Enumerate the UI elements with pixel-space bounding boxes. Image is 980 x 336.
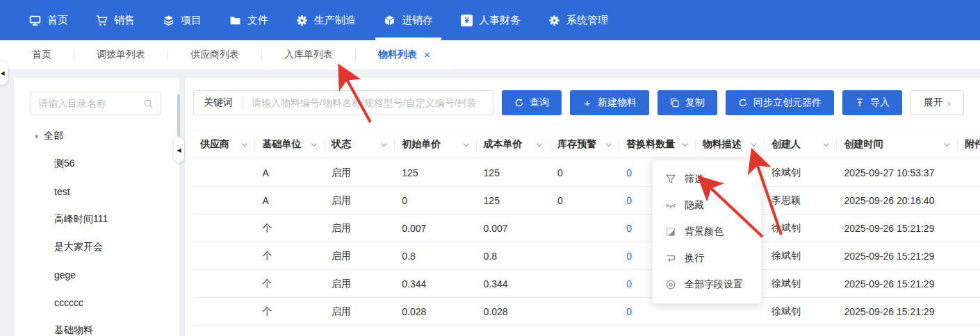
- cell-unit: 个: [255, 215, 324, 242]
- replace-count-link[interactable]: 0: [626, 195, 632, 206]
- cell-attach: [958, 242, 980, 269]
- chevron-down-icon[interactable]: [536, 141, 544, 149]
- table-row[interactable]: A 启用 125 125 0 0 徐斌钊 2025-09-27 10:53:37: [193, 159, 980, 187]
- monitor-icon: [29, 15, 41, 26]
- nav-item-home[interactable]: 首页: [15, 0, 82, 40]
- tree-node[interactable]: 测56: [14, 150, 179, 178]
- copy-button[interactable]: 复制: [658, 90, 717, 115]
- copy-icon: [670, 98, 680, 108]
- tab-home[interactable]: 首页: [10, 40, 74, 69]
- expand-button[interactable]: 展开 ›: [910, 90, 964, 115]
- nav-item-inventory[interactable]: 进销存: [370, 0, 447, 40]
- col-header-initial-price: 初始单价: [395, 131, 476, 158]
- cell-creator: 徐斌钊: [765, 298, 837, 325]
- tree-node-all[interactable]: ▾ 全部: [14, 122, 179, 150]
- cell-status: 启用: [325, 215, 395, 242]
- filter-icon: [665, 174, 676, 185]
- toolbar: 关键词 查询 + 新建物料 复制: [193, 90, 964, 115]
- chevron-down-icon[interactable]: [681, 141, 689, 149]
- replace-count-link[interactable]: 0: [626, 278, 632, 289]
- menu-item-hide[interactable]: 隐藏: [653, 192, 761, 219]
- chevron-down-icon[interactable]: [605, 141, 612, 149]
- query-button[interactable]: 查询: [502, 90, 562, 115]
- menu-item-all-fields[interactable]: 全部字段设置: [653, 271, 761, 298]
- chevron-down-icon[interactable]: [943, 141, 951, 149]
- tab-material-list[interactable]: 物料列表 ×: [356, 40, 452, 69]
- import-button[interactable]: 导入: [842, 90, 902, 115]
- tab-supplier-list[interactable]: 供应商列表: [168, 40, 261, 69]
- cell-cost-price: 0.8: [477, 242, 550, 269]
- table-body: A 启用 125 125 0 0 徐斌钊 2025-09-27 10:53:37…: [193, 159, 980, 326]
- tree-node[interactable]: 高峰时间111: [14, 205, 179, 233]
- chevron-down-icon[interactable]: [822, 141, 830, 149]
- hide-eye-icon: [665, 200, 676, 211]
- chevron-down-icon[interactable]: [462, 141, 470, 149]
- table-row[interactable]: 个 启用 0.8 0.8 0 徐斌钊 2025-09-26 15:21:29: [193, 242, 980, 270]
- create-material-button[interactable]: + 新建物料: [570, 90, 649, 115]
- table-row[interactable]: 个 启用 0.028 0.028 0 徐斌钊 2025-09-26 15:21:…: [193, 298, 980, 326]
- collapse-panel-handle[interactable]: ◀: [0, 61, 8, 85]
- table-row[interactable]: 个 启用 0.344 0.344 0 徐斌钊 2025-09-26 15:21:…: [193, 270, 980, 298]
- bg-color-icon: [665, 226, 676, 237]
- col-header-supplier: 供应商: [193, 131, 255, 158]
- nav-label: 文件: [247, 14, 268, 27]
- cell-attach: [958, 215, 980, 242]
- keyword-search-input[interactable]: [243, 97, 493, 108]
- nav-label: 生产制造: [314, 14, 356, 27]
- nav-item-hr-finance[interactable]: ¥ 人事财务: [447, 0, 534, 40]
- close-icon[interactable]: ×: [424, 49, 430, 60]
- cell-status: 启用: [325, 270, 395, 297]
- cell-supplier: [193, 298, 255, 325]
- col-header-base-unit: 基础单位: [255, 131, 324, 158]
- chevron-down-icon[interactable]: [750, 141, 758, 149]
- nav-item-project[interactable]: 项目: [149, 0, 215, 40]
- replace-count-link[interactable]: 0: [626, 251, 632, 262]
- keyword-search-group: 关键词: [193, 90, 493, 115]
- tree-node[interactable]: 是大家开会: [14, 233, 179, 261]
- chevron-down-icon[interactable]: [310, 141, 318, 149]
- cube-icon: [384, 15, 395, 26]
- col-header-cost-price: 成本单价: [477, 131, 550, 158]
- collapse-sidebar-handle[interactable]: ◀: [174, 137, 184, 162]
- nav-label: 首页: [47, 14, 68, 27]
- gear-icon: [548, 15, 560, 26]
- chevron-down-icon[interactable]: [380, 141, 388, 149]
- directory-search-input[interactable]: [38, 98, 143, 109]
- cell-created: 2025-09-26 15:21:29: [837, 215, 958, 242]
- search-icon: [143, 99, 154, 109]
- sidebar-scrollbar[interactable]: [177, 94, 180, 137]
- col-header-creator: 创建人: [765, 131, 837, 158]
- table-row[interactable]: A 启用 0 125 0 0 李思颖 2025-09-26 20:16:40: [193, 187, 980, 215]
- tab-transfer-list[interactable]: 调拨单列表: [74, 40, 168, 69]
- tree-node[interactable]: gege: [14, 261, 179, 289]
- plus-icon: +: [582, 98, 592, 108]
- menu-item-wrap[interactable]: 换行: [653, 245, 761, 271]
- nav-item-sales[interactable]: 销售: [82, 0, 149, 40]
- menu-item-bg-color[interactable]: 背景颜色: [653, 219, 761, 245]
- replace-count-link[interactable]: 0: [626, 223, 632, 234]
- cell-creator: 徐斌钊: [765, 270, 837, 297]
- chevron-down-icon[interactable]: [240, 141, 248, 149]
- nav-item-manufacturing[interactable]: 生产制造: [282, 0, 370, 40]
- tree-node[interactable]: 基础物料: [14, 317, 179, 336]
- cell-attach: [958, 270, 980, 297]
- cell-status: 启用: [325, 298, 395, 325]
- nav-item-system[interactable]: 系统管理: [534, 0, 622, 40]
- cell-stock-warn: [550, 270, 619, 297]
- tree-node[interactable]: test: [14, 178, 179, 205]
- menu-item-filter[interactable]: 筛选: [653, 166, 761, 192]
- caret-down-icon[interactable]: ▾: [35, 133, 38, 140]
- replace-count-link[interactable]: 0: [626, 306, 632, 317]
- table-row[interactable]: 个 启用 0.007 0.007 0 徐斌钊 2025-09-26 15:21:…: [193, 215, 980, 242]
- sync-lcsc-button[interactable]: 同步立创元器件: [726, 90, 834, 115]
- nav-label: 人事财务: [479, 14, 521, 27]
- yen-icon: ¥: [461, 15, 473, 26]
- cell-cost-price: 0.028: [477, 298, 550, 325]
- nav-item-files[interactable]: 文件: [215, 0, 282, 40]
- tab-inbound-list[interactable]: 入库单列表: [262, 40, 355, 69]
- cell-created: 2025-09-26 15:21:29: [837, 242, 958, 269]
- tree-node[interactable]: cccccc: [14, 289, 179, 317]
- tab-bar: 首页 调拨单列表 供应商列表 入库单列表 物料列表 ×: [0, 40, 980, 69]
- replace-count-link[interactable]: 0: [626, 167, 632, 178]
- nav-label: 销售: [114, 14, 135, 27]
